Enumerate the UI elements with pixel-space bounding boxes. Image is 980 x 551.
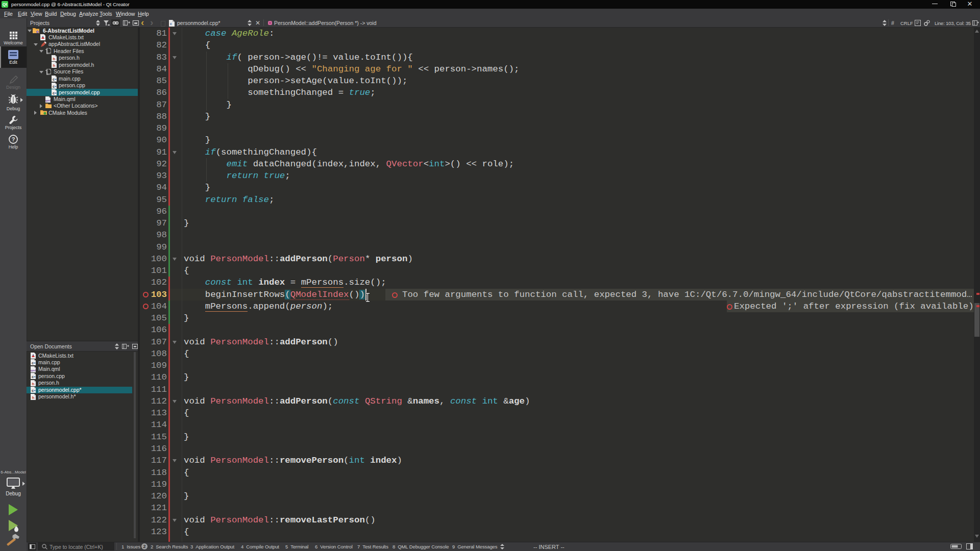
svg-text:c: c <box>32 388 34 393</box>
svg-text:c: c <box>53 84 55 88</box>
svg-text:h: h <box>32 382 35 386</box>
svg-text:h: h <box>32 395 35 400</box>
svg-text:h: h <box>53 57 56 61</box>
svg-text:qml: qml <box>31 369 36 372</box>
svg-text:?: ? <box>12 136 15 142</box>
svg-text:c: c <box>32 374 34 379</box>
svg-text:c: c <box>53 77 55 82</box>
svg-text:qml: qml <box>45 99 51 102</box>
svg-text:h: h <box>53 63 56 68</box>
svg-text:c: c <box>53 91 55 95</box>
svg-text:c: c <box>32 361 34 365</box>
svg-text:c: c <box>170 22 172 26</box>
